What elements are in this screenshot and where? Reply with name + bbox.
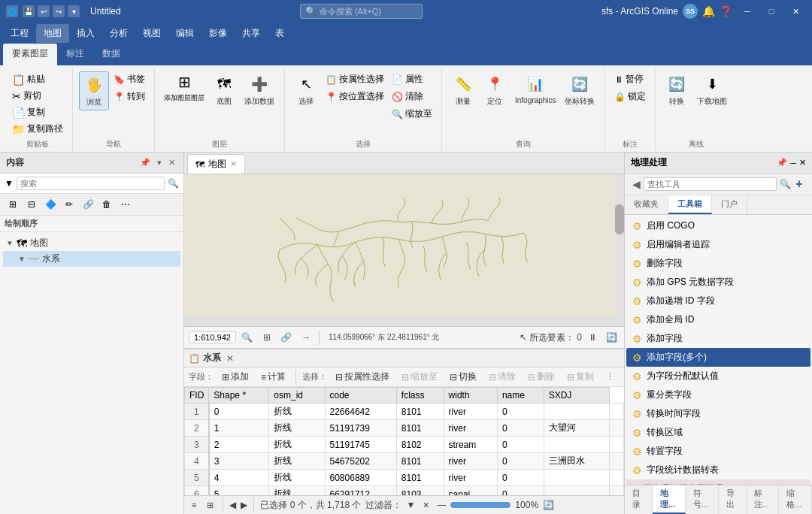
menu-item-imagery[interactable]: 影像: [201, 24, 235, 43]
measure-button[interactable]: 📏 测量: [448, 71, 478, 109]
gp-tool-transpose-field[interactable]: ⚙ 转置字段: [626, 442, 810, 461]
gp-add-button[interactable]: +: [791, 176, 807, 192]
gp-tool-assign-default[interactable]: ⚙ 为字段分配默认值: [626, 367, 810, 386]
gp-tool-delete-field[interactable]: ⚙ 删除字段: [626, 254, 810, 273]
menu-item-edit[interactable]: 编辑: [168, 24, 201, 43]
convert-button[interactable]: 🔄 转换: [662, 71, 692, 109]
expand-icon-water[interactable]: ▼: [18, 255, 26, 263]
goto-button[interactable]: 📍 转到: [111, 89, 148, 104]
col-header-fclass[interactable]: fclass: [396, 388, 444, 404]
navigate-tool[interactable]: →: [298, 329, 314, 346]
clear-selection-button[interactable]: 🚫 清除: [389, 89, 435, 104]
gp-pin-button[interactable]: 📌: [777, 158, 787, 168]
attr-switch-button[interactable]: ⊟ 切换: [446, 369, 480, 385]
paste-button[interactable]: 📋 粘贴: [9, 71, 66, 87]
scale-display[interactable]: 1:610,942: [189, 331, 236, 343]
bookmark-button[interactable]: 🔖 书签: [111, 71, 148, 87]
pin-panel-button[interactable]: 📌: [138, 157, 153, 168]
map-horizontal-scrollbar[interactable]: [184, 317, 615, 326]
gp-footer-tab-locator[interactable]: 缩格...: [779, 485, 812, 514]
gp-minimize-button[interactable]: ─: [790, 159, 796, 168]
add-layer-button[interactable]: ⊞ 添加图层图层: [161, 71, 208, 104]
gp-tool-convert-zone[interactable]: ⚙ 转换区域: [626, 423, 810, 442]
close-panel-button[interactable]: ✕: [166, 157, 177, 168]
attr-select-by-attr-button[interactable]: ⊟ 按属性选择: [332, 369, 393, 385]
col-header-code[interactable]: code: [325, 388, 396, 404]
gp-close-button[interactable]: ✕: [799, 158, 806, 168]
layer-item-water[interactable]: ▼ 〰 水系: [3, 251, 180, 267]
basemap-button[interactable]: 🗺 底图: [209, 71, 239, 109]
table-row[interactable]: 2 1 折线 51191739 8101 river 0 大望河: [185, 420, 624, 437]
attr-copy-button[interactable]: ⊟ 复制: [563, 369, 598, 385]
table-view-button[interactable]: ≡: [189, 500, 199, 510]
maximize-button[interactable]: □: [761, 4, 782, 19]
gp-tab-favorites[interactable]: 收藏夹: [625, 195, 668, 214]
table-container[interactable]: FID Shape * osm_id code fclass width nam…: [184, 387, 624, 495]
save-icon[interactable]: 💾: [23, 5, 35, 17]
table-grid-button[interactable]: ⊞: [204, 500, 217, 511]
gp-tool-enable-editor-tracking[interactable]: ⚙ 启用编辑者追踪: [626, 235, 810, 254]
gp-search-input[interactable]: [644, 177, 777, 191]
gp-tool-add-increment-id[interactable]: ⚙ 添加递增 ID 字段: [626, 292, 810, 310]
remove-layer-tool-button[interactable]: ⊟: [23, 196, 40, 213]
more-layer-tools-button[interactable]: ⋯: [117, 196, 134, 213]
gp-tool-field-stats-to-table[interactable]: ⚙ 字段统计数据转表: [626, 461, 810, 479]
next-page-button[interactable]: ▶: [241, 500, 247, 510]
layer-search-input[interactable]: [17, 177, 165, 190]
table-row[interactable]: 3 2 折线 51191745 8102 stream 0: [185, 437, 624, 453]
col-header-osm-id[interactable]: osm_id: [269, 388, 325, 404]
gp-tool-add-global-id[interactable]: ⚙ 添加全局 ID: [626, 310, 810, 329]
clear-filter-button[interactable]: ✕: [420, 500, 432, 511]
copy-path-button[interactable]: 📁 复制路径: [9, 121, 66, 137]
undo-icon[interactable]: ↩: [38, 5, 50, 17]
locate-button[interactable]: 📍 定位: [480, 71, 510, 109]
command-search[interactable]: 🔍: [300, 4, 423, 19]
copy-button[interactable]: 📄 复制: [9, 104, 66, 120]
gp-tool-enable-cogo[interactable]: ⚙ 启用 COGO: [626, 216, 810, 235]
menu-item-insert[interactable]: 插入: [69, 24, 102, 43]
refresh-map-button[interactable]: 🔄: [603, 329, 620, 346]
gp-tab-toolbox[interactable]: 工具箱: [668, 195, 712, 214]
table-row[interactable]: 5 4 折线 60806889 8101 river 0: [185, 470, 624, 486]
gp-section-network[interactable]: ⊞ 网络逻辑示意图工具: [626, 479, 810, 485]
zoom-in-tool[interactable]: 🔍: [239, 329, 256, 346]
close-map-tab-button[interactable]: ✕: [230, 159, 237, 169]
download-map-button[interactable]: ⬇ 下载地图: [693, 71, 731, 109]
attr-zoom-to-button[interactable]: ⊟ 缩放至: [398, 369, 441, 385]
select-button[interactable]: ↖ 选择: [291, 71, 321, 109]
gp-footer-tab-symbols[interactable]: 符号...: [686, 485, 719, 514]
col-header-width[interactable]: width: [444, 388, 497, 404]
help-icon[interactable]: ❓: [720, 5, 732, 17]
select-by-attr-button[interactable]: 📋 按属性选择: [323, 71, 387, 87]
minimize-button[interactable]: ─: [737, 4, 758, 19]
add-data-button[interactable]: ➕ 添加数据: [241, 71, 278, 109]
pause-map-button[interactable]: ⏸: [584, 329, 601, 346]
select-by-location-button[interactable]: 📍 按位置选择: [323, 89, 387, 104]
ribbon-tab-data[interactable]: 数据: [93, 44, 129, 65]
gp-tool-add-field[interactable]: ⚙ 添加字段: [626, 329, 810, 348]
ribbon-tab-label[interactable]: 标注: [57, 44, 93, 65]
table-row[interactable]: 1 0 折线 22664642 8101 river 0: [185, 404, 624, 420]
col-header-fid[interactable]: FID: [185, 388, 209, 404]
gp-tab-portal[interactable]: 门户: [712, 195, 747, 214]
table-row[interactable]: 4 3 折线 54675202 8101 river 0 三洲田水: [185, 453, 624, 470]
map-container[interactable]: [184, 174, 624, 326]
menu-item-project[interactable]: 工程: [3, 24, 36, 43]
add-field-button[interactable]: ⊞ 添加: [218, 369, 253, 385]
gp-tool-reclassify-field[interactable]: ⚙ 重分类字段: [626, 386, 810, 404]
gp-back-button[interactable]: ◀: [629, 177, 644, 191]
grid-tool[interactable]: ⊞: [259, 329, 275, 346]
cut-button[interactable]: ✂ 剪切: [9, 88, 66, 104]
menu-item-share[interactable]: 共享: [235, 24, 268, 43]
close-button[interactable]: ✕: [785, 4, 806, 19]
prev-page-button[interactable]: ◀: [229, 500, 236, 510]
notification-icon[interactable]: 🔔: [702, 5, 715, 17]
menu-item-analysis[interactable]: 分析: [102, 24, 135, 43]
customize-icon[interactable]: ▾: [68, 5, 80, 17]
redo-icon[interactable]: ↪: [53, 5, 65, 17]
close-table-button[interactable]: ✕: [226, 353, 234, 364]
gp-footer-tab-label[interactable]: 标注...: [747, 485, 780, 514]
add-layer-tool-button[interactable]: ⊞: [5, 196, 21, 213]
pause-button[interactable]: ⏸ 暂停: [611, 71, 649, 87]
menu-item-view[interactable]: 视图: [135, 24, 168, 43]
